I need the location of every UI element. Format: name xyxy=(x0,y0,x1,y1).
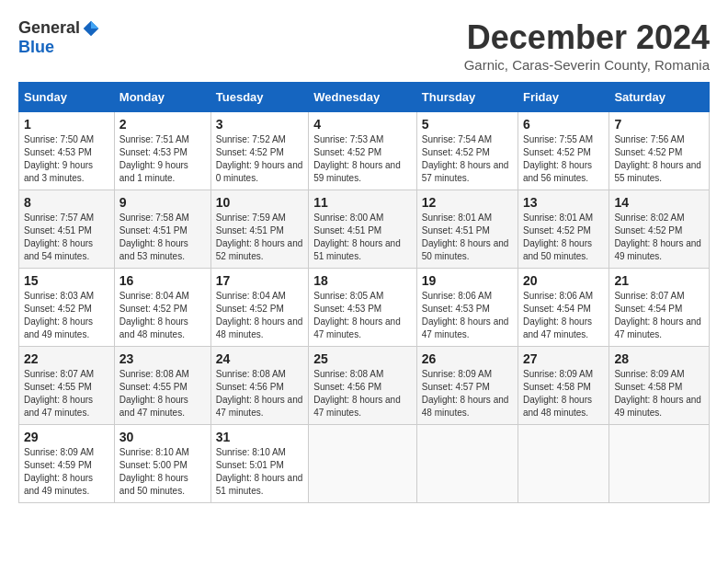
calendar-cell: 12Sunrise: 8:01 AMSunset: 4:51 PMDayligh… xyxy=(416,190,518,269)
day-number: 1 xyxy=(24,117,109,132)
calendar-cell: 29Sunrise: 8:09 AMSunset: 4:59 PMDayligh… xyxy=(19,425,115,503)
day-info: Sunrise: 8:00 AMSunset: 4:51 PMDaylight:… xyxy=(313,212,412,263)
day-number: 23 xyxy=(119,351,206,366)
day-info: Sunrise: 8:09 AMSunset: 4:59 PMDaylight:… xyxy=(24,446,109,498)
day-info: Sunrise: 8:09 AMSunset: 4:58 PMDaylight:… xyxy=(523,368,604,419)
day-number: 28 xyxy=(614,351,704,366)
calendar-cell: 21Sunrise: 8:07 AMSunset: 4:54 PMDayligh… xyxy=(609,269,710,347)
day-info: Sunrise: 7:56 AMSunset: 4:52 PMDaylight:… xyxy=(614,133,704,185)
calendar-cell: 27Sunrise: 8:09 AMSunset: 4:58 PMDayligh… xyxy=(518,347,609,425)
calendar-cell: 19Sunrise: 8:06 AMSunset: 4:53 PMDayligh… xyxy=(416,269,518,347)
calendar-cell: 11Sunrise: 8:00 AMSunset: 4:51 PMDayligh… xyxy=(309,190,417,269)
calendar-cell: 4Sunrise: 7:53 AMSunset: 4:52 PMDaylight… xyxy=(309,112,417,190)
calendar-cell: 15Sunrise: 8:03 AMSunset: 4:52 PMDayligh… xyxy=(19,269,115,347)
day-info: Sunrise: 7:55 AMSunset: 4:52 PMDaylight:… xyxy=(523,133,604,185)
day-number: 29 xyxy=(24,430,109,444)
calendar-subtitle: Garnic, Caras-Severin County, Romania xyxy=(464,57,710,73)
day-number: 18 xyxy=(313,273,412,288)
day-info: Sunrise: 8:08 AMSunset: 4:56 PMDaylight:… xyxy=(313,368,412,419)
calendar-cell: 24Sunrise: 8:08 AMSunset: 4:56 PMDayligh… xyxy=(210,347,308,425)
logo-icon xyxy=(82,19,100,38)
day-number: 16 xyxy=(119,273,206,288)
calendar-cell: 10Sunrise: 7:59 AMSunset: 4:51 PMDayligh… xyxy=(210,190,308,269)
logo: General Blue xyxy=(18,18,100,57)
day-header-sunday: Sunday xyxy=(19,83,115,112)
day-number: 17 xyxy=(216,273,303,288)
day-info: Sunrise: 8:07 AMSunset: 4:54 PMDaylight:… xyxy=(614,290,704,341)
day-header-monday: Monday xyxy=(114,83,210,112)
day-info: Sunrise: 8:01 AMSunset: 4:52 PMDaylight:… xyxy=(523,212,604,263)
day-info: Sunrise: 8:07 AMSunset: 4:55 PMDaylight:… xyxy=(24,368,109,419)
calendar-cell: 3Sunrise: 7:52 AMSunset: 4:52 PMDaylight… xyxy=(210,112,308,190)
day-info: Sunrise: 7:50 AMSunset: 4:53 PMDaylight:… xyxy=(24,133,109,185)
calendar-cell: 7Sunrise: 7:56 AMSunset: 4:52 PMDaylight… xyxy=(609,112,710,190)
day-number: 25 xyxy=(313,351,412,366)
day-number: 8 xyxy=(24,195,109,210)
day-info: Sunrise: 8:01 AMSunset: 4:51 PMDaylight:… xyxy=(422,212,513,263)
day-header-friday: Friday xyxy=(518,83,609,112)
day-info: Sunrise: 7:53 AMSunset: 4:52 PMDaylight:… xyxy=(313,133,412,185)
day-number: 27 xyxy=(523,351,604,366)
calendar-cell xyxy=(609,425,710,503)
calendar-cell xyxy=(416,425,518,503)
day-info: Sunrise: 8:10 AMSunset: 5:01 PMDaylight:… xyxy=(216,446,303,498)
day-header-thursday: Thursday xyxy=(416,83,518,112)
calendar-cell: 13Sunrise: 8:01 AMSunset: 4:52 PMDayligh… xyxy=(518,190,609,269)
day-number: 2 xyxy=(119,117,206,132)
day-number: 30 xyxy=(119,430,206,444)
calendar-cell: 17Sunrise: 8:04 AMSunset: 4:52 PMDayligh… xyxy=(210,269,308,347)
calendar-cell: 2Sunrise: 7:51 AMSunset: 4:53 PMDaylight… xyxy=(114,112,210,190)
day-number: 10 xyxy=(216,195,303,210)
day-info: Sunrise: 8:04 AMSunset: 4:52 PMDaylight:… xyxy=(119,290,206,341)
day-info: Sunrise: 7:51 AMSunset: 4:53 PMDaylight:… xyxy=(119,133,206,185)
calendar-week-row: 29Sunrise: 8:09 AMSunset: 4:59 PMDayligh… xyxy=(19,425,710,503)
calendar-week-row: 15Sunrise: 8:03 AMSunset: 4:52 PMDayligh… xyxy=(19,269,710,347)
day-header-tuesday: Tuesday xyxy=(210,83,308,112)
calendar-header-row: SundayMondayTuesdayWednesdayThursdayFrid… xyxy=(19,83,710,112)
calendar-cell: 22Sunrise: 8:07 AMSunset: 4:55 PMDayligh… xyxy=(19,347,115,425)
calendar-cell: 14Sunrise: 8:02 AMSunset: 4:52 PMDayligh… xyxy=(609,190,710,269)
day-info: Sunrise: 7:58 AMSunset: 4:51 PMDaylight:… xyxy=(119,212,206,263)
calendar-cell xyxy=(309,425,417,503)
calendar-cell: 26Sunrise: 8:09 AMSunset: 4:57 PMDayligh… xyxy=(416,347,518,425)
calendar-header: General Blue December 2024 Garnic, Caras… xyxy=(18,18,710,73)
day-number: 21 xyxy=(614,273,704,288)
calendar-week-row: 1Sunrise: 7:50 AMSunset: 4:53 PMDaylight… xyxy=(19,112,710,190)
day-number: 19 xyxy=(422,273,513,288)
logo-blue-text: Blue xyxy=(18,38,54,57)
day-number: 11 xyxy=(313,195,412,210)
day-number: 20 xyxy=(523,273,604,288)
calendar-cell: 28Sunrise: 8:09 AMSunset: 4:58 PMDayligh… xyxy=(609,347,710,425)
day-info: Sunrise: 7:52 AMSunset: 4:52 PMDaylight:… xyxy=(216,133,303,185)
calendar-cell: 5Sunrise: 7:54 AMSunset: 4:52 PMDaylight… xyxy=(416,112,518,190)
day-info: Sunrise: 8:05 AMSunset: 4:53 PMDaylight:… xyxy=(313,290,412,341)
day-info: Sunrise: 8:10 AMSunset: 5:00 PMDaylight:… xyxy=(119,446,206,498)
day-number: 6 xyxy=(523,117,604,132)
day-header-wednesday: Wednesday xyxy=(309,83,417,112)
calendar-cell: 23Sunrise: 8:08 AMSunset: 4:55 PMDayligh… xyxy=(114,347,210,425)
day-number: 3 xyxy=(216,117,303,132)
day-number: 4 xyxy=(313,117,412,132)
calendar-cell: 31Sunrise: 8:10 AMSunset: 5:01 PMDayligh… xyxy=(210,425,308,503)
day-info: Sunrise: 8:06 AMSunset: 4:53 PMDaylight:… xyxy=(422,290,513,341)
calendar-week-row: 8Sunrise: 7:57 AMSunset: 4:51 PMDaylight… xyxy=(19,190,710,269)
calendar-cell: 8Sunrise: 7:57 AMSunset: 4:51 PMDaylight… xyxy=(19,190,115,269)
calendar-cell: 6Sunrise: 7:55 AMSunset: 4:52 PMDaylight… xyxy=(518,112,609,190)
day-info: Sunrise: 8:09 AMSunset: 4:57 PMDaylight:… xyxy=(422,368,513,419)
day-number: 9 xyxy=(119,195,206,210)
calendar-cell: 1Sunrise: 7:50 AMSunset: 4:53 PMDaylight… xyxy=(19,112,115,190)
day-number: 13 xyxy=(523,195,604,210)
calendar-cell: 9Sunrise: 7:58 AMSunset: 4:51 PMDaylight… xyxy=(114,190,210,269)
day-info: Sunrise: 7:59 AMSunset: 4:51 PMDaylight:… xyxy=(216,212,303,263)
calendar-cell: 25Sunrise: 8:08 AMSunset: 4:56 PMDayligh… xyxy=(309,347,417,425)
day-info: Sunrise: 8:02 AMSunset: 4:52 PMDaylight:… xyxy=(614,212,704,263)
day-number: 7 xyxy=(614,117,704,132)
day-header-saturday: Saturday xyxy=(609,83,710,112)
day-number: 14 xyxy=(614,195,704,210)
day-info: Sunrise: 8:03 AMSunset: 4:52 PMDaylight:… xyxy=(24,290,109,341)
day-info: Sunrise: 8:09 AMSunset: 4:58 PMDaylight:… xyxy=(614,368,704,419)
day-number: 31 xyxy=(216,430,303,444)
calendar-week-row: 22Sunrise: 8:07 AMSunset: 4:55 PMDayligh… xyxy=(19,347,710,425)
day-number: 5 xyxy=(422,117,513,132)
day-info: Sunrise: 7:54 AMSunset: 4:52 PMDaylight:… xyxy=(422,133,513,185)
